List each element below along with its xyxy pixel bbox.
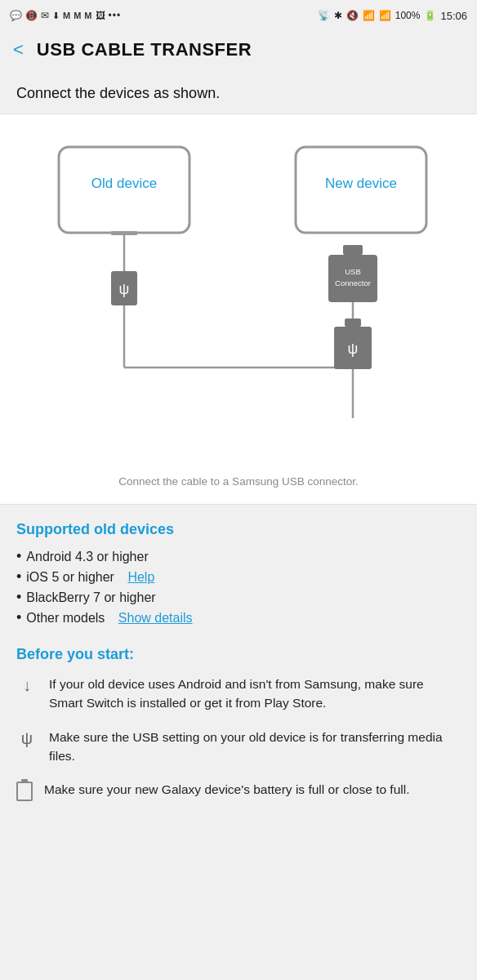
tip-item-3: Make sure your new Galaxy device's batte…	[16, 780, 461, 801]
svg-rect-9	[343, 245, 363, 255]
cast-icon: 📡	[318, 10, 330, 21]
item-text: iOS 5 or higher	[26, 570, 114, 585]
item-text: Android 4.3 or higher	[26, 550, 148, 564]
list-item: Android 4.3 or higher	[16, 546, 461, 567]
svg-text:USB: USB	[345, 267, 361, 276]
missed-call-icon: 📵	[25, 10, 38, 21]
diagram-caption: Connect the cable to a Samsung USB conne…	[13, 475, 464, 488]
list-item: BlackBerry 7 or higher	[16, 587, 461, 608]
usb-tip-icon: ψ	[16, 729, 38, 748]
photo-icon: 🖼	[96, 10, 105, 21]
gmail3-icon: M	[84, 11, 91, 20]
time: 15:06	[440, 10, 467, 22]
tip-text-2: Make sure the USB setting on your old de…	[49, 728, 461, 766]
item-text: Other models	[26, 611, 105, 626]
page-header: < USB CABLE TRANSFER	[0, 29, 477, 75]
tip-text-3: Make sure your new Galaxy device's batte…	[44, 780, 409, 799]
help-link[interactable]: Help	[127, 570, 154, 585]
more-icon: •••	[109, 10, 122, 21]
tip-item-1: ↓ If your old device uses Android and is…	[16, 675, 461, 713]
signal-icon: 📶	[379, 10, 391, 21]
battery-icon: 🔋	[424, 10, 436, 21]
battery-tip-icon	[16, 782, 33, 801]
supported-devices-section: Supported old devices Android 4.3 or hig…	[0, 505, 477, 633]
before-section: Before you start: ↓ If your old device u…	[0, 633, 477, 824]
notification-icon: 💬	[10, 10, 22, 21]
gmail2-icon: M	[74, 11, 81, 20]
status-bar: 💬 📵 ✉ ⬇ M M M 🖼 ••• 📡 ✱ 🔇 📶 📶 100% 🔋 15:…	[0, 0, 477, 29]
new-device-label: New device	[325, 176, 397, 191]
old-device-label: Old device	[91, 176, 157, 191]
svg-rect-1	[111, 231, 137, 235]
mail-icon: ✉	[41, 10, 49, 21]
mute-icon: 🔇	[346, 10, 359, 21]
diagram-card: Old device ψ New device USB Connec	[0, 114, 477, 505]
supported-section-title: Supported old devices	[16, 521, 461, 538]
tip-text-1: If your old device uses Android and isn'…	[49, 675, 461, 713]
status-icons-right: 📡 ✱ 🔇 📶 📶 100% 🔋 15:06	[318, 10, 467, 22]
page-title: USB CABLE TRANSFER	[37, 39, 252, 60]
download-icon: ⬇	[52, 11, 60, 21]
instruction-text: Connect the devices as shown.	[0, 75, 477, 114]
bluetooth-icon: ✱	[334, 10, 342, 21]
back-button[interactable]: <	[7, 36, 30, 64]
supported-devices-list: Android 4.3 or higher iOS 5 or higher He…	[16, 546, 461, 628]
tip-item-2: ψ Make sure the USB setting on your old …	[16, 728, 461, 766]
svg-text:ψ: ψ	[119, 281, 130, 297]
connection-diagram: Old device ψ New device USB Connec	[13, 131, 464, 457]
battery-percent: 100%	[395, 10, 421, 21]
download-tip-icon: ↓	[16, 676, 38, 695]
svg-text:Connector: Connector	[335, 278, 371, 287]
item-text: BlackBerry 7 or higher	[26, 590, 155, 605]
svg-rect-14	[345, 318, 361, 327]
wifi-icon: 📶	[363, 10, 375, 21]
list-item: iOS 5 or higher Help	[16, 567, 461, 587]
status-icons-left: 💬 📵 ✉ ⬇ M M M 🖼 •••	[10, 10, 121, 21]
svg-text:ψ: ψ	[348, 341, 359, 357]
main-content: Connect the devices as shown. Old device…	[0, 75, 477, 840]
before-title: Before you start:	[16, 646, 461, 663]
list-item: Other models Show details	[16, 608, 461, 628]
gmail-icon: M	[63, 11, 70, 20]
show-details-link[interactable]: Show details	[118, 611, 193, 626]
